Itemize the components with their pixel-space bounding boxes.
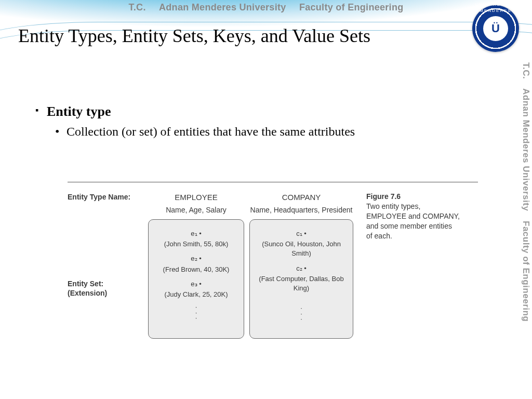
figure-7-6: Entity Type Name: Entity Set: (Extension… [68,182,483,339]
slide-title: Entity Types, Entity Sets, Keys, and Val… [18,25,470,47]
side-watermark: T.C. Adnan Menderes University Faculty o… [516,62,531,389]
entity-set-company: c₁ • (Sunco Oil, Houston, John Smith) c₂… [249,219,353,339]
bullet-level2: Collection (or set) of entities that hav… [55,125,490,139]
figure-rule [68,182,478,182]
entity-e2-label: e₂ • [152,254,241,263]
label-entity-type: Entity Type Name: [68,193,145,201]
side-faculty: Faculty of Engineering [516,221,531,322]
label-entity-set: Entity Set: (Extension) [68,279,145,298]
side-university: Adnan Menderes University [516,88,531,211]
side-tc: T.C. [516,62,531,79]
type-name-company: COMPANY [249,193,353,202]
entity-c2-value: (Fast Computer, Dallas, Bob King) [253,274,350,293]
entity-c2-label: c₂ • [253,264,350,273]
university-logo: MENDERES Ü UNIVERSITESI [472,5,519,52]
header-faculty: Faculty of Engineering [299,2,404,12]
figure-row-labels: Entity Type Name: Entity Set: (Extension… [68,185,145,298]
entity-e3-label: e₃ • [152,280,241,289]
entity-e1-value: (John Smith, 55, 80k) [152,240,241,249]
ellipsis-icon: ··· [253,305,350,322]
entity-e1-label: e₁ • [152,229,241,238]
header-text: T.C. Adnan Menderes University Faculty o… [0,0,532,13]
figure-caption: Figure 7.6 Two entity types, EMPLOYEE an… [366,192,460,241]
entity-e3-value: (Judy Clark, 25, 20K) [152,290,241,299]
logo-ring-bottom: UNIVERSITESI [472,2,519,49]
header-tc: T.C. [128,2,145,12]
figure-caption-text: Two entity types, EMPLOYEE and COMPANY, … [366,202,460,240]
slide-content: Entity type Collection (or set) of entit… [35,104,490,139]
type-name-employee: EMPLOYEE [148,193,244,202]
entity-c1-value: (Sunco Oil, Houston, John Smith) [253,240,350,258]
bullet-level1: Entity type [35,104,490,119]
figure-number: Figure 7.6 [366,192,460,202]
attrs-company: Name, Headquarters, President [249,206,353,214]
header-university: Adnan Menderes University [159,2,286,12]
entity-c1-label: c₁ • [253,229,350,238]
entity-e2-value: (Fred Brown, 40, 30K) [152,265,241,274]
attrs-employee: Name, Age, Salary [148,206,244,214]
ellipsis-icon: ··· [152,304,241,321]
figure-col-company: COMPANY Name, Headquarters, President c₁… [249,185,353,339]
figure-col-employee: EMPLOYEE Name, Age, Salary e₁ • (John Sm… [148,185,244,339]
entity-set-employee: e₁ • (John Smith, 55, 80k) e₂ • (Fred Br… [148,219,244,339]
